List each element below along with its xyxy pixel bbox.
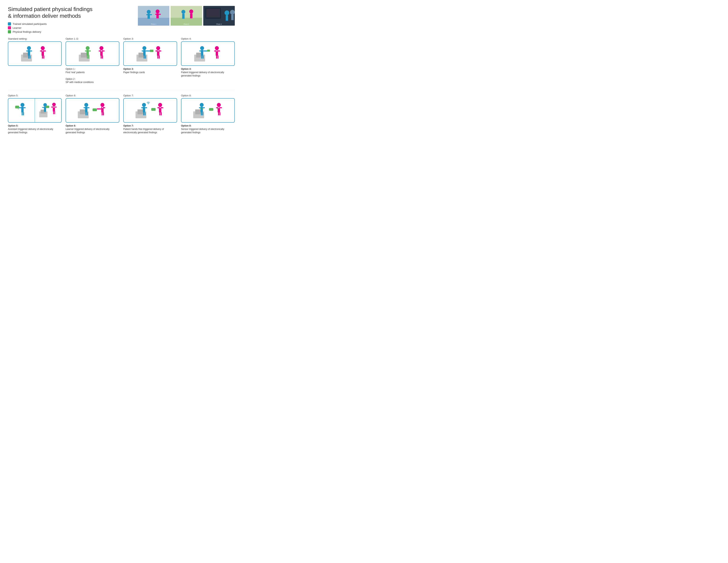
svg-rect-37 <box>44 50 46 51</box>
option3-text: Paper findings cards <box>123 71 145 74</box>
svg-rect-104 <box>51 107 53 107</box>
svg-point-58 <box>142 46 146 50</box>
svg-point-2 <box>147 10 151 14</box>
legend-item-green: Physical findings delivery <box>8 30 134 33</box>
option8-title: Option 8: <box>181 124 191 127</box>
svg-rect-76 <box>199 50 201 51</box>
option-5-box <box>8 98 62 123</box>
option7-text: Patient hands free triggered delivery of… <box>123 128 164 134</box>
svg-rect-47 <box>87 56 88 59</box>
svg-rect-78 <box>201 56 202 59</box>
option-8-label: Option 8: <box>181 94 235 97</box>
svg-rect-123 <box>103 112 104 115</box>
option-standard-box <box>8 41 62 66</box>
svg-point-15 <box>189 9 193 13</box>
option6-title: Option 6: <box>66 124 76 127</box>
svg-point-149 <box>200 107 201 109</box>
legend-label-green: Physical findings delivery <box>13 30 41 33</box>
option-8: Option 8: <box>181 94 235 134</box>
svg-point-81 <box>215 46 219 50</box>
svg-point-118 <box>100 103 104 107</box>
svg-rect-122 <box>102 112 103 115</box>
svg-rect-52 <box>103 50 105 51</box>
svg-rect-114 <box>87 107 89 108</box>
svg-rect-46 <box>89 50 91 51</box>
option4-title: Option 4: <box>181 68 191 70</box>
option-7-box <box>123 98 177 123</box>
option-7-desc: Option 7: Patient hands free triggered d… <box>123 124 177 134</box>
svg-rect-113 <box>84 107 85 108</box>
svg-rect-14 <box>182 14 185 19</box>
option-3-label: Option 3: <box>123 37 177 40</box>
svg-rect-20 <box>206 9 220 18</box>
svg-point-127 <box>142 103 146 107</box>
svg-point-13 <box>181 10 185 14</box>
svg-rect-131 <box>143 112 144 115</box>
svg-rect-132 <box>145 112 146 115</box>
option-8-desc: Option 8: Sensor triggered delivery of e… <box>181 124 235 134</box>
svg-point-34 <box>41 46 45 50</box>
option5-left-svg <box>14 100 29 120</box>
svg-rect-30 <box>26 50 28 51</box>
svg-point-74 <box>200 46 204 50</box>
svg-rect-139 <box>161 112 162 115</box>
svg-rect-147 <box>201 112 202 115</box>
option6-text: Learner triggered delivery of electronic… <box>66 128 110 134</box>
option-6-box <box>66 98 119 123</box>
svg-point-150 <box>202 108 203 109</box>
svg-rect-48 <box>88 56 89 59</box>
legend-dot-blue <box>8 22 11 25</box>
svg-rect-115 <box>85 112 86 115</box>
svg-rect-100 <box>42 107 44 108</box>
option-5-label: Option 5: <box>8 94 62 97</box>
standard-scene-svg <box>17 44 53 63</box>
option7-title: Option 7: <box>123 124 134 127</box>
option-3-desc: Option 3: Paper findings cards <box>123 67 177 74</box>
svg-point-55 <box>101 50 102 51</box>
svg-point-71 <box>158 50 159 51</box>
svg-rect-64 <box>150 50 153 52</box>
svg-rect-148 <box>202 112 203 115</box>
svg-point-87 <box>216 50 217 51</box>
option-6-label: Option 6: <box>66 94 119 97</box>
svg-point-158 <box>218 107 219 108</box>
svg-rect-136 <box>157 107 159 108</box>
option5-title: Option 5: <box>8 124 18 127</box>
svg-rect-133 <box>151 108 156 111</box>
svg-marker-95 <box>18 108 19 109</box>
option-4-desc: Option 4: Patient triggered delivery of … <box>181 67 235 77</box>
svg-point-159 <box>217 108 218 109</box>
svg-rect-32 <box>28 56 29 59</box>
svg-rect-77 <box>203 50 208 51</box>
svg-point-49 <box>99 46 103 50</box>
svg-point-124 <box>102 107 103 108</box>
svg-rect-67 <box>155 50 157 51</box>
header-photos: Photo 1 Photo 2 Pho <box>138 6 235 26</box>
option3-scene-svg <box>133 44 168 63</box>
svg-rect-156 <box>218 112 219 115</box>
svg-rect-83 <box>214 50 216 51</box>
option-5-desc: Option 5: Assistant triggered delivery o… <box>8 124 62 134</box>
photo-3: Photo 3 <box>203 6 235 26</box>
svg-rect-33 <box>30 56 31 59</box>
option-5-right <box>35 99 61 122</box>
svg-rect-93 <box>23 112 24 115</box>
option-7: Option 7: <box>123 94 177 134</box>
option-5: Option 5: <box>8 94 62 134</box>
option8-scene-svg <box>190 100 226 120</box>
legend-item-blue: Trained simulated participants <box>8 22 134 25</box>
option-5-left <box>8 99 35 122</box>
svg-rect-129 <box>141 107 143 108</box>
svg-rect-54 <box>102 56 103 59</box>
svg-rect-4 <box>146 14 148 15</box>
svg-text:Photo 1: Photo 1 <box>151 23 156 25</box>
svg-rect-105 <box>55 107 57 107</box>
svg-rect-5 <box>150 14 152 15</box>
svg-rect-8 <box>155 14 157 15</box>
option-4-box <box>181 41 235 66</box>
option-6-desc: Option 6: Learner triggered delivery of … <box>66 124 119 134</box>
option-4: Option 4: <box>181 37 235 84</box>
svg-rect-116 <box>87 112 88 115</box>
svg-rect-85 <box>216 56 217 59</box>
svg-rect-151 <box>209 108 213 111</box>
